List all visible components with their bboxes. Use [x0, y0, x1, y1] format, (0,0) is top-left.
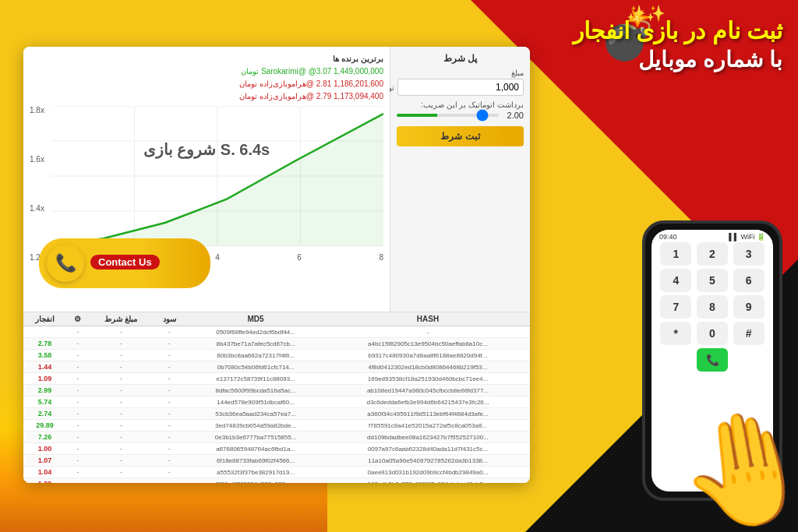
cell-profit: - — [153, 467, 185, 478]
cell-bet: - — [90, 408, 153, 420]
dial-key-5[interactable]: 5 — [697, 269, 728, 292]
cell-explosion: 1.00 — [23, 443, 66, 455]
cell-profit: - — [153, 478, 185, 484]
cell-md5: 6f18e88733fab69f02f4566... — [185, 455, 326, 467]
col-hash: HASH — [326, 312, 530, 326]
cell-md5: 144ed578e909f51dbcaf60... — [185, 396, 326, 408]
cell-settings: - — [66, 408, 90, 420]
cell-explosion — [23, 326, 66, 338]
cell-hash: dd109bdadbee08a1623427b7f552527100... — [326, 432, 530, 443]
cell-hash: 162adb3b8c770c8006f7e084abdea48ab9... — [326, 478, 530, 484]
table-row: 7.26 - - - 0e3b1b3e6777ba77515855... dd1… — [23, 432, 530, 443]
dial-key-7[interactable]: 7 — [660, 295, 691, 319]
cell-bet: - — [90, 361, 153, 373]
bet-panel: پل شرط مبلغ تومان برداشت اتوماتیک بر این… — [390, 47, 530, 312]
table-row: 1.04 - - - a55532f3f37be382917d19... 0ae… — [23, 467, 530, 478]
dial-row-1: 1 2 3 — [658, 242, 767, 266]
persian-line2: با شماره موبایل — [573, 46, 782, 74]
winners-list: برترین برنده ها 1,449,000,000 3.07@ @Sar… — [30, 53, 383, 103]
contact-red-label: Contact Us — [90, 255, 160, 270]
cell-bet: - — [90, 420, 153, 432]
cell-settings: - — [66, 373, 90, 385]
cell-explosion: 5.74 — [23, 396, 66, 408]
chart-svg — [51, 106, 383, 246]
bet-multiplier-value: 2.00 — [502, 111, 524, 120]
dial-key-8[interactable]: 8 — [697, 295, 728, 319]
dial-key-2[interactable]: 2 — [697, 242, 728, 266]
cell-hash: 0aee813d031b192d09b9ccf4bdb29849a0... — [326, 467, 530, 478]
contact-label-wrap: Contact Us — [90, 255, 160, 273]
dial-key-3[interactable]: 3 — [733, 242, 764, 266]
cell-hash: 169ed93538cf18a251930d460bcbc71ee4... — [326, 373, 530, 385]
col-profit: سود — [153, 312, 185, 326]
dial-row-2: 4 5 6 — [658, 269, 767, 292]
winner-item-1: 1,186,201,600 2.81 @هرامو‌بازی‌زاده توما… — [30, 78, 383, 90]
cell-explosion: 1.04 — [23, 467, 66, 478]
cell-md5: 53cb36ea5aad234ca57ea7... — [185, 408, 326, 420]
phone-status-bar: 09:40 ▌▌ WiFi 🔋 — [651, 230, 773, 242]
panel-top: برترین برنده ها 1,449,000,000 3.07@ @Sar… — [23, 47, 530, 312]
cell-hash: - — [326, 326, 530, 338]
cell-settings: - — [66, 478, 90, 484]
cell-explosion: 1.07 — [23, 455, 66, 467]
cell-profit: - — [153, 350, 185, 361]
contact-us-button[interactable]: 📞 Contact Us — [39, 238, 210, 288]
cell-profit: - — [153, 455, 185, 467]
dial-key-hash[interactable]: # — [733, 322, 764, 345]
table-row: 2.99 - - - 8dfac5600f99bcda516a5ac... ab… — [23, 385, 530, 396]
table-row: 1.09 - - - e137172c58739f11c88093... 169… — [23, 373, 530, 385]
bet-multiplier-slider[interactable] — [397, 114, 499, 117]
cell-md5: a6768065948764ac6fbd1a... — [185, 443, 326, 455]
cell-explosion: 3.58 — [23, 350, 66, 361]
cell-settings: - — [66, 455, 90, 467]
cell-md5: 0509f68ffe94ed2dcf6bdf44... — [185, 326, 326, 338]
bet-multiplier-label: برداشت اتوماتیک بر این ضریب: — [397, 100, 524, 109]
cell-settings: - — [66, 361, 90, 373]
dial-key-1[interactable]: 1 — [660, 242, 691, 266]
chart-area: برترین برنده ها 1,449,000,000 3.07@ @Sar… — [23, 47, 390, 312]
table-row: 1.07 - - - 6f18e88733fab69f02f4566... 11… — [23, 455, 530, 467]
cell-explosion: 29.89 — [23, 420, 66, 432]
cell-settings: - — [66, 432, 90, 443]
phone-wrap: 09:40 ▌▌ WiFi 🔋 1 2 3 4 5 6 7 — [634, 220, 790, 516]
bet-panel-title: پل شرط — [397, 53, 524, 64]
cell-md5: a55532f3f37be382917d19... — [185, 467, 326, 478]
cell-hash: 11a10a05a96e5409792785262da3b1338... — [326, 455, 530, 467]
cell-explosion: 2.78 — [23, 338, 66, 350]
table-row: 29.89 - - - 3ed74839cb654a59a82bde... f7… — [23, 420, 530, 432]
dial-key-0[interactable]: 0 — [697, 322, 728, 345]
bet-amount-input[interactable] — [397, 79, 524, 96]
dial-call-button[interactable]: 📞 — [697, 348, 728, 372]
cell-bet: - — [90, 396, 153, 408]
dial-key-star[interactable]: * — [660, 322, 691, 345]
cell-hash: f785591c8a41e52015a272af5c8ca053a8... — [326, 420, 530, 432]
cell-bet: - — [90, 467, 153, 478]
cell-profit: - — [153, 373, 185, 385]
cell-profit: - — [153, 361, 185, 373]
cell-profit: - — [153, 443, 185, 455]
phone-icon: 📞 — [47, 245, 84, 282]
register-bet-button[interactable]: ثبت شرط — [397, 126, 524, 146]
bet-amount-row: تومان — [397, 79, 524, 96]
phone-time: 09:40 — [659, 233, 677, 241]
cell-md5: 0e3b1b3e6777ba77515855... — [185, 432, 326, 443]
game-status: S. 6.4s شروع بازی — [143, 140, 270, 159]
cell-hash: ab108ed19447a980c045cfbccb8e66fd377... — [326, 385, 530, 396]
cell-bet: - — [90, 373, 153, 385]
dial-row-3: 7 8 9 — [658, 295, 767, 319]
col-bet: مبلغ شرط — [90, 312, 153, 326]
cell-md5: 80b3bc8aa682a72317f4f8... — [185, 350, 326, 361]
cell-bet: - — [90, 478, 153, 484]
cell-explosion: 1.44 — [23, 361, 66, 373]
dial-key-4[interactable]: 4 — [660, 269, 691, 292]
dial-key-9[interactable]: 9 — [733, 295, 764, 319]
cell-settings: - — [66, 467, 90, 478]
dial-key-6[interactable]: 6 — [733, 269, 764, 292]
cell-explosion: 2.74 — [23, 408, 66, 420]
cell-hash: a360f34c495911f9d5113ebf64f4684d3afe... — [326, 408, 530, 420]
cell-hash: d3c6dedda6efb3e994d6b64215437e3fc26... — [326, 396, 530, 408]
table-row: 5.74 - - - 144ed578e909f51dbcaf60... d3c… — [23, 396, 530, 408]
dial-row-call: 📞 — [658, 348, 767, 372]
cell-settings: - — [66, 350, 90, 361]
cell-settings: - — [66, 420, 90, 432]
